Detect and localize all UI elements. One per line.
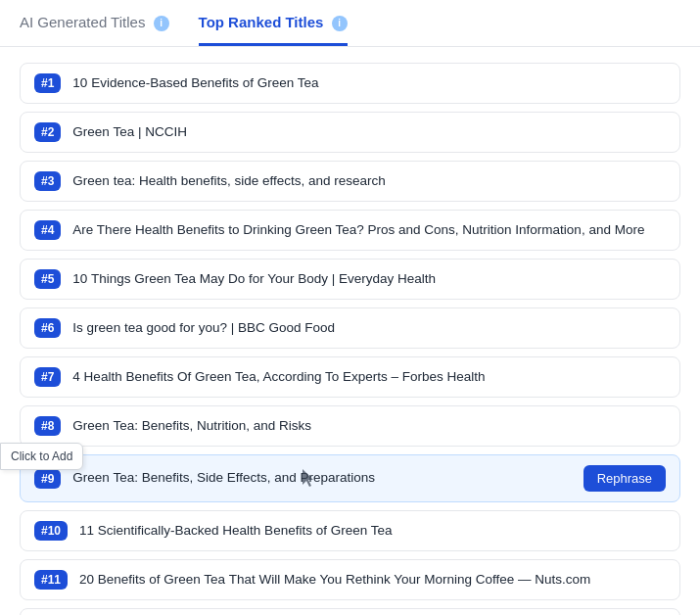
rank-badge: #10 [34,521,68,541]
list-item[interactable]: #2Green Tea | NCCIH [20,112,680,153]
item-title: 20 Benefits of Green Tea That Will Make … [79,571,666,590]
item-title: Green tea: Health benefits, side effects… [72,172,666,191]
list-item[interactable]: #6Is green tea good for you? | BBC Good … [20,308,680,349]
rank-badge: #9 [34,469,61,489]
item-title: 11 Scientifically-Backed Health Benefits… [79,522,666,541]
list-item[interactable]: #9Green Tea: Benefits, Side Effects, and… [20,454,680,502]
list-item[interactable]: #3Green tea: Health benefits, side effec… [20,161,680,202]
rank-badge: #7 [34,367,61,387]
item-title: Green Tea | NCCIH [72,123,666,142]
list-item[interactable]: #1120 Benefits of Green Tea That Will Ma… [20,559,680,600]
item-title: Green Tea: Benefits, Nutrition, and Risk… [72,417,666,436]
item-title: Is green tea good for you? | BBC Good Fo… [72,319,666,338]
list-item[interactable]: #1011 Scientifically-Backed Health Benef… [20,510,680,551]
list-container: #110 Evidence-Based Benefits of Green Te… [0,47,700,615]
item-title: 10 Things Green Tea May Do for Your Body… [72,270,666,289]
tab-ai-generated[interactable]: AI Generated Titles i [20,14,169,46]
rank-badge: #3 [34,171,61,191]
click-to-add-button[interactable]: Click to Add [0,443,83,470]
list-item[interactable]: #110 Evidence-Based Benefits of Green Te… [20,63,680,104]
rank-badge: #4 [34,220,61,240]
item-title: Green Tea: Benefits, Side Effects, and P… [72,469,573,488]
tab-top-ranked[interactable]: Top Ranked Titles i [199,14,348,46]
ai-generated-info-icon: i [154,16,169,31]
list-item[interactable]: #4Are There Health Benefits to Drinking … [20,210,680,251]
list-item[interactable]: #74 Health Benefits Of Green Tea, Accord… [20,356,680,398]
rank-badge: #2 [34,122,61,142]
item-title: Are There Health Benefits to Drinking Gr… [72,221,666,240]
rank-badge: #8 [34,416,61,436]
rank-badge: #1 [34,73,61,93]
list-item[interactable]: #510 Things Green Tea May Do for Your Bo… [20,259,680,300]
list-item[interactable]: #12Green Tea Benefits, Nutrition and How… [20,608,680,615]
rephrase-button[interactable]: Rephrase [583,465,666,492]
top-ranked-info-icon: i [332,16,348,31]
item-title: 4 Health Benefits Of Green Tea, Accordin… [72,368,666,387]
list-item[interactable]: #8Green Tea: Benefits, Nutrition, and Ri… [20,405,680,447]
tabs-header: AI Generated Titles i Top Ranked Titles … [0,0,700,47]
item-title: 10 Evidence-Based Benefits of Green Tea [72,74,666,93]
rank-badge: #6 [34,318,61,338]
rank-badge: #5 [34,269,61,289]
rank-badge: #11 [34,570,68,590]
